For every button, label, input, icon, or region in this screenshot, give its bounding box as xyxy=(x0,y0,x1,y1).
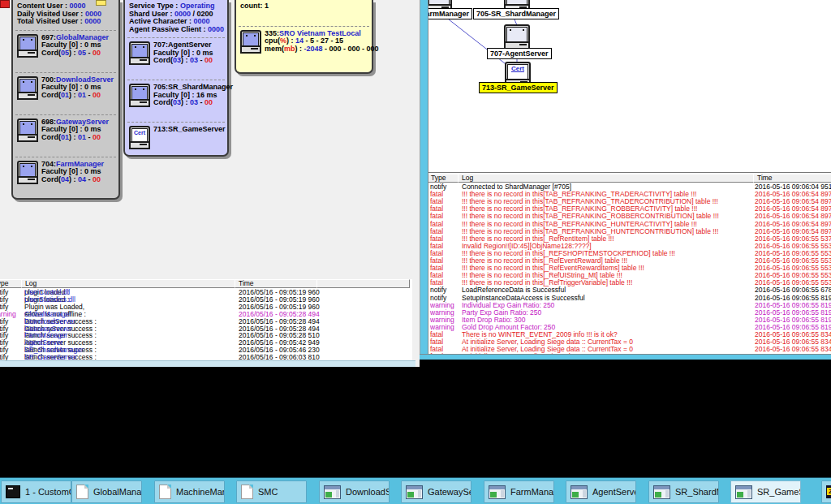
screen-dot xyxy=(510,29,511,31)
column-header[interactable]: Log xyxy=(21,279,237,288)
computer-base-slot xyxy=(251,48,258,50)
column-header[interactable]: Time xyxy=(753,174,831,183)
column-header[interactable]: Log xyxy=(458,174,756,183)
server-item-line: Cord(05) : 05 - 00 xyxy=(41,50,109,57)
log-text-part: ) : xyxy=(69,49,78,57)
screen-dot xyxy=(23,39,24,41)
taskbar-button-1-customcer-[interactable]: 1 - CustomCer... xyxy=(1,480,71,503)
server-item-text: 707:AgentServerFaculty [0] : 0 msCord(03… xyxy=(153,41,213,64)
log-text-part: 00 xyxy=(93,175,101,183)
server-item-text: 705:SR_ShardManagerFaculty [0] : 16 msCo… xyxy=(153,84,233,106)
log-text-part: 04 xyxy=(61,175,69,183)
cutoff-yellow-badge xyxy=(96,0,106,6)
gameserver-console-window: FarmManager705-SR_ShardManager707-AgentS… xyxy=(420,0,831,360)
screen-dot xyxy=(143,46,144,48)
computer-monitor xyxy=(129,84,150,101)
server-item-text: 335:SRO Vietnam TestLocalcpu(%) : 14 - 5… xyxy=(265,30,379,53)
computer-monitor xyxy=(17,34,38,51)
taskbar-button-globalmanager[interactable]: GlobalManager xyxy=(71,480,142,503)
log-text-part: Agent Passive Client : xyxy=(129,25,208,33)
computer-screen xyxy=(19,37,36,50)
desktop: Content User : 0000Daily Visited User : … xyxy=(0,0,831,504)
computer-icon xyxy=(17,76,38,100)
window-column xyxy=(336,490,339,498)
server-item[interactable]: Cert713:SR_GameServer xyxy=(127,122,225,162)
computer-monitor xyxy=(129,41,150,58)
log-text-part: - xyxy=(198,56,205,64)
diagram-node-label[interactable]: 705-SR_ShardManager xyxy=(473,8,559,19)
computer-screen xyxy=(131,86,148,100)
computer-base xyxy=(129,58,150,65)
taskbar-button-farmmanager[interactable]: FarmManager xyxy=(484,480,554,503)
window-content xyxy=(490,492,497,498)
computer-base-slot xyxy=(28,136,35,138)
computer-base xyxy=(17,178,38,184)
log-text-part: 00 xyxy=(205,56,213,64)
column-header[interactable]: Type xyxy=(427,174,460,183)
log-text-part: - 000 - 000 - 000 xyxy=(323,45,379,53)
machine-count-label: count: 1 xyxy=(236,0,372,24)
log-text-part: 0000 xyxy=(174,10,191,18)
computer-base-slot xyxy=(140,101,147,103)
taskbar-button-sr-gameserver[interactable]: SR_GameServer xyxy=(730,480,801,503)
log-text-part: 05 xyxy=(78,49,86,57)
computer-base-slot xyxy=(140,59,147,61)
server-item-text: 698:GatewayServerFaculty [0] : 0 msCord(… xyxy=(41,118,109,141)
zoomit-icon: Z xyxy=(826,485,831,498)
window-content xyxy=(572,492,579,498)
document-icon xyxy=(159,485,171,499)
taskbar-button-label: SMC xyxy=(258,487,278,497)
column-header[interactable] xyxy=(316,279,410,288)
window-titlebar xyxy=(571,486,587,489)
computer-monitor xyxy=(17,76,38,93)
taskbar-button-label: DownloadServ... xyxy=(346,487,390,497)
computer-monitor: Cert xyxy=(505,62,531,80)
log-text-part: ) : xyxy=(181,56,190,64)
server-item[interactable]: 700:DownloadServerFaculty [0] : 0 msCord… xyxy=(15,72,116,112)
log-text-part: Content User : xyxy=(17,2,70,10)
server-item[interactable]: 698:GatewayServerFaculty [0] : 0 msCord(… xyxy=(15,114,116,154)
server-item[interactable]: 697:GlobalManagerFaculty [0] : 0 msCord(… xyxy=(15,30,116,70)
document-fold xyxy=(167,485,171,489)
diagram-node-label[interactable]: 713-SR_GameServer xyxy=(479,82,558,93)
taskbar-button-smc[interactable]: SMC xyxy=(236,480,307,503)
log-text-part: Shard User : xyxy=(129,10,174,18)
screen-dot xyxy=(135,46,136,48)
diagram-node-icon[interactable] xyxy=(504,24,530,50)
global-panel-server-list: 697:GlobalManagerFaculty [0] : 0 msCord(… xyxy=(13,30,118,196)
server-item[interactable]: 335:SRO Vietnam TestLocalcpu(%) : 14 - 5… xyxy=(239,26,369,66)
taskbar: 1 - CustomCer...GlobalManagerMachineMana… xyxy=(0,477,831,504)
screen-dot xyxy=(523,29,524,31)
taskbar-button-agentserver[interactable]: AgentServer xyxy=(566,480,636,503)
taskbar-button-downloadserv-[interactable]: DownloadServ... xyxy=(319,480,390,503)
server-item[interactable]: 705:SR_ShardManagerFaculty [0] : 16 msCo… xyxy=(127,80,225,119)
computer-screen xyxy=(19,121,36,135)
taskbar-button-label: MachineMana... xyxy=(176,487,225,497)
taskbar-button-z[interactable]: Z xyxy=(821,480,831,503)
server-item[interactable]: 704:FarmManagerFaculty [0] : 0 msCord(04… xyxy=(15,157,116,196)
taskbar-button-gatewayserver[interactable]: GatewayServer xyxy=(401,480,471,503)
computer-icon xyxy=(17,34,38,58)
console-glyph xyxy=(8,488,13,489)
computer-screen xyxy=(506,0,527,5)
taskbar-button-sr-shardman-[interactable]: SR_ShardMan... xyxy=(648,480,719,503)
window-column xyxy=(665,490,669,498)
app-window-icon xyxy=(653,485,670,499)
computer-monitor xyxy=(240,30,261,47)
computer-screen: Cert xyxy=(507,64,528,80)
divider xyxy=(420,172,831,173)
server-item-line: Cord(01) : 01 - 00 xyxy=(41,92,114,99)
computer-monitor xyxy=(17,118,38,136)
taskbar-button-machinemana-[interactable]: MachineMana... xyxy=(154,480,225,503)
log-text-part: ) : xyxy=(181,98,190,106)
log-text-part: 0000 xyxy=(194,17,210,25)
window-border-left xyxy=(420,0,428,355)
window-titlebar xyxy=(407,486,422,489)
server-item-text: 697:GlobalManagerFaculty [0] : 0 msCord(… xyxy=(41,34,109,57)
shard-panel-stats: Service Type : OperatingShard User : 000… xyxy=(125,0,227,35)
column-header[interactable]: Time xyxy=(235,279,319,288)
diagram-node-label[interactable]: 707-AgentServer xyxy=(487,48,552,59)
screen-dot xyxy=(31,123,32,125)
server-item[interactable]: 707:AgentServerFaculty [0] : 0 msCord(03… xyxy=(127,37,225,77)
server-item-line: Cord(03) : 03 - 00 xyxy=(153,99,233,106)
